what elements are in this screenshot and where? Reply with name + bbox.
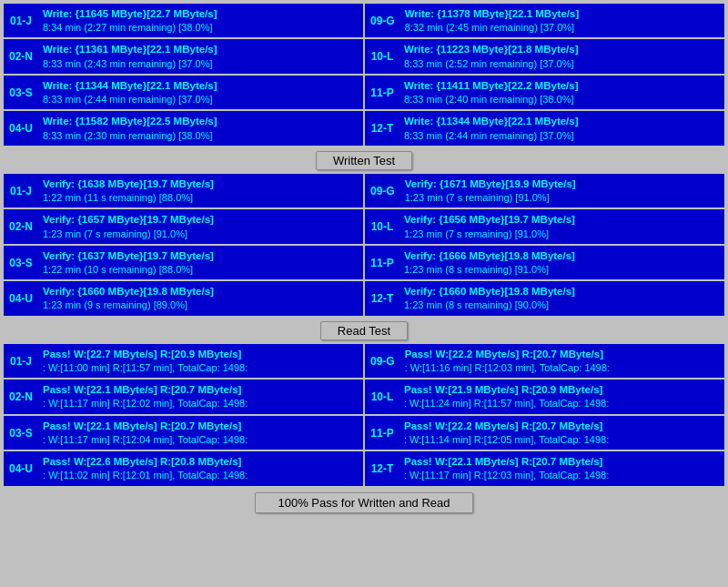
left-cell-2: 03-SWrite: {11344 MByte}[22.1 MByte/s]8:… [4,76,363,109]
right-line2-1: : W:[11:24 min] R:[11:57 min], TotalCap:… [404,397,720,410]
left-content-0: Write: {11645 MByte}[22.7 MByte/s]8:34 m… [38,4,363,37]
left-cell-1: 02-NWrite: {11361 MByte}[22.1 MByte/s]8:… [4,39,363,73]
left-content-0: Verify: {1638 MByte}[19.7 MByte/s]1:22 m… [38,174,363,207]
right-label-0: 09-G [365,174,400,207]
right-cell-1: 10-LVerify: {1656 MByte}[19.7 MByte/s]1:… [365,209,724,243]
left-line1-0: Verify: {1638 MByte}[19.7 MByte/s] [43,177,359,191]
left-label-2: 03-S [4,416,38,450]
right-line1-0: Pass! W:[22.2 MByte/s] R:[20.7 MByte/s] [405,347,720,361]
right-label-2: 11-P [365,246,399,279]
left-line2-1: : W:[11:17 min] R:[12:02 min], TotalCap:… [43,397,359,410]
left-label-1: 02-N [4,380,38,413]
left-label-1: 02-N [4,39,38,73]
right-line2-0: : W:[11:16 min] R:[12:03 min], TotalCap:… [405,361,720,375]
right-line2-1: 1:23 min (7 s remaining) [91.0%] [404,228,720,241]
right-content-0: Verify: {1671 MByte}[19.9 MByte/s]1:23 m… [400,174,724,207]
left-content-2: Pass! W:[22.1 MByte/s] R:[20.7 MByte/s]:… [38,416,363,450]
left-line1-3: Write: {11582 MByte}[22.5 MByte/s] [43,114,359,128]
right-content-0: Pass! W:[22.2 MByte/s] R:[20.7 MByte/s]:… [400,344,724,378]
right-cell-0: 09-GPass! W:[22.2 MByte/s] R:[20.7 MByte… [365,344,724,378]
left-line1-1: Write: {11361 MByte}[22.1 MByte/s] [43,42,359,56]
right-line1-0: Verify: {1671 MByte}[19.9 MByte/s] [405,177,720,191]
left-content-1: Write: {11361 MByte}[22.1 MByte/s]8:33 m… [38,39,363,73]
right-content-3: Verify: {1660 MByte}[19.8 MByte/s]1:23 m… [399,281,724,315]
right-line1-2: Pass! W:[22.2 MByte/s] R:[20.7 MByte/s] [404,419,720,433]
left-cell-1: 02-NPass! W:[22.1 MByte/s] R:[20.7 MByte… [4,380,363,413]
right-cell-2: 11-PPass! W:[22.2 MByte/s] R:[20.7 MByte… [365,416,724,450]
right-cell-2: 11-PVerify: {1666 MByte}[19.8 MByte/s]1:… [365,246,724,279]
left-line1-2: Verify: {1637 MByte}[19.7 MByte/s] [43,248,359,263]
grid-row-0: 01-JWrite: {11645 MByte}[22.7 MByte/s]8:… [4,4,724,37]
grid-row-3: 04-UWrite: {11582 MByte}[22.5 MByte/s]8:… [4,111,724,145]
right-label-0: 09-G [365,344,400,378]
left-content-3: Pass! W:[22.6 MByte/s] R:[20.8 MByte/s]:… [38,451,363,485]
left-line1-3: Pass! W:[22.6 MByte/s] R:[20.8 MByte/s] [43,454,359,469]
right-line2-3: 1:23 min (8 s remaining) [90.0%] [404,299,720,312]
left-label-1: 02-N [4,209,38,243]
right-label-3: 12-T [365,281,399,315]
right-content-3: Write: {11344 MByte}[22.1 MByte/s]8:33 m… [399,111,724,145]
left-cell-0: 01-JVerify: {1638 MByte}[19.7 MByte/s]1:… [4,174,363,207]
right-label-2: 11-P [365,76,399,109]
left-label-3: 04-U [4,451,38,485]
right-label-1: 10-L [365,39,399,73]
read-test-label: Read Test [320,321,408,340]
grid-row-1: 02-NPass! W:[22.1 MByte/s] R:[20.7 MByte… [4,380,724,413]
right-line1-0: Write: {11378 MByte}[22.1 MByte/s] [405,6,720,21]
right-cell-2: 11-PWrite: {11411 MByte}[22.2 MByte/s]8:… [365,76,724,109]
left-line2-0: 8:34 min (2:27 min remaining) [38.0%] [43,21,359,35]
right-line1-3: Pass! W:[22.1 MByte/s] R:[20.7 MByte/s] [404,454,720,469]
right-content-3: Pass! W:[22.1 MByte/s] R:[20.7 MByte/s]:… [399,451,724,485]
read-test-divider: Read Test [4,318,724,344]
right-cell-0: 09-GWrite: {11378 MByte}[22.1 MByte/s]8:… [365,4,724,37]
left-line1-2: Pass! W:[22.1 MByte/s] R:[20.7 MByte/s] [43,419,359,433]
right-cell-1: 10-LPass! W:[21.9 MByte/s] R:[20.9 MByte… [365,380,724,413]
left-line1-0: Pass! W:[22.7 MByte/s] R:[20.9 MByte/s] [43,347,359,361]
left-label-3: 04-U [4,111,38,145]
right-line1-3: Write: {11344 MByte}[22.1 MByte/s] [404,114,720,128]
write-section: 01-JWrite: {11645 MByte}[22.7 MByte/s]8:… [4,4,724,146]
left-line1-2: Write: {11344 MByte}[22.1 MByte/s] [43,78,359,93]
left-line2-1: 8:33 min (2:43 min remaining) [37.0%] [43,57,359,71]
left-line1-1: Verify: {1657 MByte}[19.7 MByte/s] [43,212,359,227]
right-cell-3: 12-TWrite: {11344 MByte}[22.1 MByte/s]8:… [365,111,724,145]
left-line2-1: 1:23 min (7 s remaining) [91.0%] [43,228,359,241]
written-test-label: Written Test [316,151,412,170]
left-line2-0: : W:[11:00 min] R:[11:57 min], TotalCap:… [43,361,359,375]
right-line2-3: : W:[11:17 min] R:[12:03 min], TotalCap:… [404,469,720,482]
left-content-2: Verify: {1637 MByte}[19.7 MByte/s]1:22 m… [38,246,363,279]
left-cell-3: 04-UPass! W:[22.6 MByte/s] R:[20.8 MByte… [4,451,363,485]
right-line1-1: Write: {11223 MByte}[21.8 MByte/s] [404,42,720,56]
grid-row-0: 01-JVerify: {1638 MByte}[19.7 MByte/s]1:… [4,174,724,207]
right-content-0: Write: {11378 MByte}[22.1 MByte/s]8:32 m… [400,4,724,37]
right-label-3: 12-T [365,451,399,485]
left-content-2: Write: {11344 MByte}[22.1 MByte/s]8:33 m… [38,76,363,109]
left-cell-2: 03-SVerify: {1637 MByte}[19.7 MByte/s]1:… [4,246,363,279]
right-line2-3: 8:33 min (2:44 min remaining) [37.0%] [404,129,720,143]
right-cell-0: 09-GVerify: {1671 MByte}[19.9 MByte/s]1:… [365,174,724,207]
left-label-3: 04-U [4,281,38,315]
left-content-1: Pass! W:[22.1 MByte/s] R:[20.7 MByte/s]:… [38,380,363,413]
right-cell-3: 12-TVerify: {1660 MByte}[19.8 MByte/s]1:… [365,281,724,315]
right-label-1: 10-L [365,209,399,243]
grid-row-2: 03-SPass! W:[22.1 MByte/s] R:[20.7 MByte… [4,416,724,450]
right-label-0: 09-G [365,4,400,37]
footer-bar: 100% Pass for Written and Read [4,488,724,518]
right-content-1: Verify: {1656 MByte}[19.7 MByte/s]1:23 m… [399,209,724,243]
right-line2-0: 1:23 min (7 s remaining) [91.0%] [405,191,720,205]
left-cell-3: 04-UVerify: {1660 MByte}[19.8 MByte/s]1:… [4,281,363,315]
grid-row-1: 02-NVerify: {1657 MByte}[19.7 MByte/s]1:… [4,209,724,243]
left-line2-3: 8:33 min (2:30 min remaining) [38.0%] [43,129,359,143]
left-content-1: Verify: {1657 MByte}[19.7 MByte/s]1:23 m… [38,209,363,243]
left-cell-3: 04-UWrite: {11582 MByte}[22.5 MByte/s]8:… [4,111,363,145]
right-content-1: Pass! W:[21.9 MByte/s] R:[20.9 MByte/s]:… [399,380,724,413]
grid-row-3: 04-UPass! W:[22.6 MByte/s] R:[20.8 MByte… [4,451,724,485]
left-label-2: 03-S [4,76,38,109]
right-label-1: 10-L [365,380,399,413]
left-line2-2: 8:33 min (2:44 min remaining) [37.0%] [43,93,359,106]
main-container: 01-JWrite: {11645 MByte}[22.7 MByte/s]8:… [0,0,728,521]
right-cell-1: 10-LWrite: {11223 MByte}[21.8 MByte/s]8:… [365,39,724,73]
left-cell-1: 02-NVerify: {1657 MByte}[19.7 MByte/s]1:… [4,209,363,243]
right-content-2: Verify: {1666 MByte}[19.8 MByte/s]1:23 m… [399,246,724,279]
left-label-0: 01-J [4,174,38,207]
